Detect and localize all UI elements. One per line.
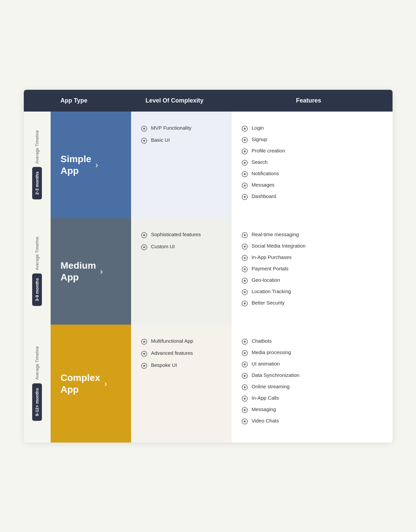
feature-item: Video Chats: [242, 418, 382, 424]
header-app-type: App Type: [24, 90, 124, 112]
app-type-cell-medium: Medium App›: [51, 218, 131, 325]
complexity-cell-complex: Multifunctional AppAdvanced featuresBesp…: [131, 325, 232, 443]
feature-item-text: Profile creation: [252, 148, 285, 153]
feature-item-text: Better Security: [252, 300, 285, 306]
feature-item: Social Media Integration: [242, 243, 382, 250]
app-type-cell-simple: Simple App›: [51, 112, 131, 218]
duration-badge-medium: 3-9 months: [32, 273, 42, 306]
feature-item: Profile creation: [242, 148, 382, 154]
complexity-item: Multifunctional App: [141, 338, 222, 345]
feature-item-text: Data Synchronization: [252, 372, 300, 378]
complexity-item-text: Basic UI: [151, 137, 170, 143]
table-body: Average Timeline2-3 monthsSimple App›MVP…: [24, 112, 393, 443]
complexity-item-text: MVP Functionality: [151, 125, 192, 131]
feature-item: Media processing: [242, 349, 382, 356]
complexity-item-text: Bespoke UI: [151, 362, 177, 368]
feature-item: Location Tracking: [242, 288, 382, 295]
feature-item: Search: [242, 159, 382, 166]
complexity-item-text: Sophisticated features: [151, 231, 201, 237]
feature-item: Payment Portals: [242, 266, 382, 272]
chevron-icon-complex: ›: [104, 379, 107, 388]
feature-item-text: UI animation: [252, 361, 280, 367]
row-complex: Average Timeline9-12+ monthsComplex App›…: [24, 325, 393, 443]
complexity-item: Bespoke UI: [141, 362, 222, 369]
complexity-item-text: Custom UI: [151, 244, 175, 249]
feature-item-text: Messages: [252, 182, 275, 188]
feature-item-text: Video Chats: [252, 418, 279, 423]
feature-item: UI animation: [242, 361, 382, 368]
feature-item: Signup: [242, 136, 382, 143]
chevron-icon-simple: ›: [95, 160, 98, 169]
timeline-label-complex: Average Timeline: [35, 346, 40, 380]
chevron-icon-medium: ›: [100, 267, 103, 276]
feature-item-text: In-App Calls: [252, 395, 279, 401]
feature-item-text: Real-time messaging: [252, 231, 299, 237]
features-cell-simple: LoginSignupProfile creationSearchNotific…: [232, 112, 393, 218]
feature-item: In-App Calls: [242, 395, 382, 402]
complexity-item: MVP Functionality: [141, 125, 222, 132]
feature-item-text: Media processing: [252, 349, 291, 355]
table-header: App Type Level Of Complexity Features: [24, 90, 393, 112]
feature-item-text: Login: [252, 125, 264, 131]
comparison-table: App Type Level Of Complexity Features Av…: [24, 90, 393, 443]
duration-badge-simple: 2-3 months: [32, 167, 42, 199]
feature-item: Geo-location: [242, 277, 382, 284]
complexity-item: Sophisticated features: [141, 231, 222, 238]
complexity-item: Basic UI: [141, 137, 222, 144]
complexity-cell-simple: MVP FunctionalityBasic UI: [131, 112, 232, 218]
complexity-item-text: Advanced features: [151, 350, 193, 356]
feature-item: Better Security: [242, 300, 382, 307]
feature-item: Data Synchronization: [242, 372, 382, 379]
feature-item-text: Chatbots: [252, 338, 272, 344]
feature-item: Notifications: [242, 171, 382, 177]
timeline-label-simple: Average Timeline: [35, 130, 40, 164]
feature-item-text: Social Media Integration: [252, 243, 306, 249]
app-title-complex: Complex App: [61, 372, 100, 395]
app-title-medium: Medium App: [61, 260, 96, 283]
duration-badge-complex: 9-12+ months: [32, 383, 42, 421]
feature-item-text: Geo-location: [252, 277, 280, 283]
complexity-cell-medium: Sophisticated featuresCustom UI: [131, 218, 232, 325]
feature-item: Messaging: [242, 406, 382, 413]
app-title-simple: Simple App: [61, 153, 92, 177]
feature-item-text: Signup: [252, 136, 268, 142]
main-container: App Type Level Of Complexity Features Av…: [24, 90, 393, 443]
features-cell-complex: ChatbotsMedia processingUI animationData…: [232, 325, 393, 443]
header-complexity: Level Of Complexity: [124, 90, 225, 112]
row-simple: Average Timeline2-3 monthsSimple App›MVP…: [24, 112, 393, 218]
feature-item-text: Messaging: [252, 406, 276, 412]
complexity-item-text: Multifunctional App: [151, 338, 193, 344]
feature-item: Chatbots: [242, 338, 382, 345]
feature-item-text: Notifications: [252, 171, 279, 176]
feature-item: Login: [242, 125, 382, 132]
complexity-item: Custom UI: [141, 244, 222, 250]
feature-item-text: Search: [252, 159, 268, 165]
feature-item: Dashboard: [242, 193, 382, 200]
app-type-cell-complex: Complex App›: [51, 325, 131, 443]
header-features: Features: [225, 90, 393, 112]
feature-item: Real-time messaging: [242, 231, 382, 238]
timeline-label-medium: Average Timeline: [35, 237, 40, 270]
complexity-item: Advanced features: [141, 350, 222, 357]
feature-item: Online streaming: [242, 384, 382, 390]
feature-item-text: Location Tracking: [252, 288, 291, 294]
feature-item: In-App Purchases: [242, 254, 382, 261]
feature-item-text: Online streaming: [252, 384, 290, 389]
feature-item: Messages: [242, 182, 382, 189]
features-cell-medium: Real-time messagingSocial Media Integrat…: [232, 218, 393, 325]
feature-item-text: Payment Portals: [252, 266, 289, 271]
row-medium: Average Timeline3-9 monthsMedium App›Sop…: [24, 218, 393, 325]
feature-item-text: In-App Purchases: [252, 254, 292, 260]
feature-item-text: Dashboard: [252, 193, 276, 199]
